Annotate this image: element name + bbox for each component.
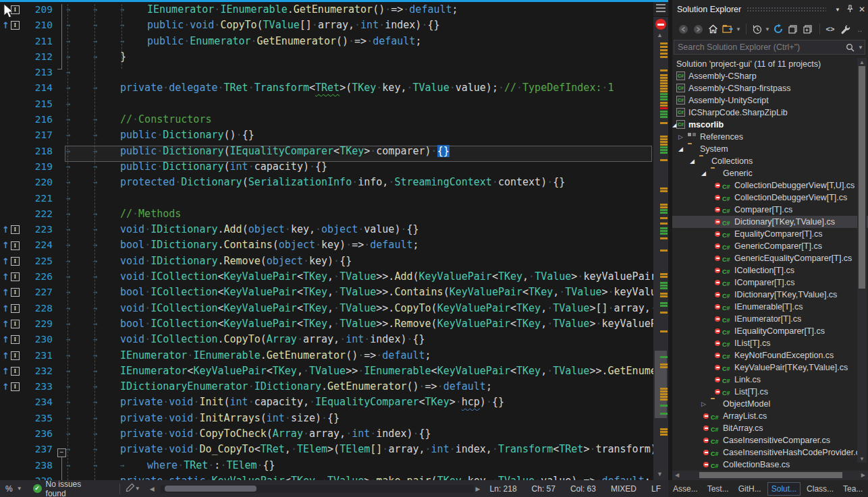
code-text[interactable]: →→bool·ICollection<KeyValuePair<TKey,·TV… — [65, 316, 653, 332]
code-text[interactable]: → — [65, 65, 653, 80]
fold-margin[interactable] — [53, 49, 65, 65]
line-number[interactable]: 226 — [30, 269, 53, 285]
tree-item-file[interactable]: C#KeyNotFoundException.cs — [672, 349, 868, 361]
more-icon[interactable]: ‥ — [853, 23, 867, 35]
fold-margin[interactable] — [53, 363, 65, 379]
window-menu-icon[interactable]: ▼ — [832, 7, 844, 13]
override-indicator-icon[interactable]: ↑I — [0, 316, 30, 332]
properties-icon[interactable] — [838, 23, 852, 35]
tree-item-file[interactable]: C#Comparer[T].cs — [672, 204, 868, 216]
code-line[interactable]: 213→ — [0, 65, 653, 80]
tree-item-folder[interactable]: ◢Generic — [672, 167, 868, 179]
tree-item-file[interactable]: C#ArrayList.cs — [672, 410, 868, 422]
fold-margin[interactable] — [53, 301, 65, 316]
tree-item-folder[interactable]: ▷ObjectModel — [672, 398, 868, 410]
line-number[interactable]: 224 — [30, 237, 53, 253]
editor-vertical-scrollbar[interactable]: ▲ ▼ — [653, 0, 668, 480]
scrollbar-thumb[interactable] — [859, 66, 865, 289]
line-number[interactable]: 216 — [30, 112, 53, 127]
split-editor-handle[interactable] — [653, 0, 668, 17]
formatting-icon[interactable] — [126, 483, 135, 494]
code-line[interactable]: 237→→private·void·Do_CopyTo<TRet,·TElem>… — [0, 442, 653, 457]
override-indicator-icon[interactable]: ↑I — [0, 269, 30, 285]
code-text[interactable]: →→public·Dictionary(int·capacity)·{} — [65, 159, 653, 175]
code-text[interactable]: →→bool·IDictionary.Contains(object·key)·… — [65, 237, 653, 253]
override-indicator-icon[interactable]: ↑I — [0, 332, 30, 347]
fold-margin[interactable] — [53, 332, 65, 347]
fold-margin[interactable] — [53, 80, 65, 96]
code-line[interactable]: 212→→} — [0, 49, 653, 65]
expander-collapsed-icon[interactable]: ▷ — [678, 131, 683, 143]
scroll-left-arrow[interactable]: ◀ — [150, 486, 155, 492]
tree-item-project[interactable]: C#Assembly-CSharp — [672, 70, 868, 82]
tree-item-file[interactable]: C#ICollection[T].cs — [672, 264, 868, 276]
tool-window-tab[interactable]: Test... — [704, 483, 732, 495]
tree-item-file[interactable]: C#GenericComparer[T].cs — [672, 240, 868, 252]
scrollbar-thumb[interactable] — [165, 486, 256, 492]
code-line[interactable]: 220→→protected·Dictionary(SerializationI… — [0, 175, 653, 190]
code-text[interactable]: →→bool·ICollection<KeyValuePair<TKey,·TV… — [65, 285, 653, 300]
code-text[interactable]: →→private·void·Do_CopyTo<TRet,·TElem>(TE… — [65, 442, 653, 457]
fold-margin[interactable] — [53, 206, 65, 222]
fold-margin[interactable] — [53, 175, 65, 190]
line-number[interactable]: 231 — [30, 348, 53, 363]
drag-grip[interactable] — [747, 7, 826, 12]
close-icon[interactable]: ✕ — [856, 5, 868, 14]
line-number[interactable]: 233 — [30, 379, 53, 394]
code-line[interactable]: 235→→private·void·InitArrays(int·size)·{… — [0, 411, 653, 426]
scroll-down-arrow[interactable]: ▼ — [859, 456, 865, 462]
code-text[interactable]: →→void·ICollection<KeyValuePair<TKey,·TV… — [65, 301, 653, 316]
code-line[interactable]: ↑I223→→void·IDictionary.Add(object·key,·… — [0, 222, 653, 237]
code-line[interactable]: 214→→private·delegate·TRet·Transform<TRe… — [0, 80, 653, 96]
line-number[interactable]: 213 — [30, 65, 53, 80]
fold-margin[interactable] — [53, 237, 65, 253]
code-line[interactable]: 236→→private·void·CopyToCheck(Array·arra… — [0, 426, 653, 442]
tree-item-folder[interactable]: ◢Collections — [672, 155, 868, 167]
code-line[interactable]: ↑I233→→IDictionaryEnumerator·IDictionary… — [0, 379, 653, 394]
tree-item-file[interactable]: C#IDictionary[TKey,TValue].cs — [672, 289, 868, 301]
code-text[interactable]: → — [65, 191, 653, 206]
override-indicator-icon[interactable]: ↑I — [0, 363, 30, 379]
editor-horizontal-scrollbar[interactable] — [161, 485, 474, 493]
panel-title-bar[interactable]: Solution Explorer ▼ ✕ — [672, 1, 868, 18]
code-line[interactable]: ↑I225→→void·IDictionary.Remove(object·ke… — [0, 254, 653, 269]
chevron-down-icon[interactable]: ▼ — [736, 26, 742, 32]
tree-item-file[interactable]: C#CollectionDebuggerView[T].cs — [672, 192, 868, 204]
line-number[interactable]: 237 — [30, 442, 53, 457]
fold-margin[interactable] — [53, 222, 65, 237]
code-line[interactable]: 239→→private·static·KeyValuePair<TKey,·T… — [0, 473, 653, 480]
fold-margin[interactable] — [53, 379, 65, 394]
fold-margin[interactable] — [53, 348, 65, 363]
tree-vertical-scrollbar[interactable]: ▲ ▼ — [857, 58, 867, 463]
line-number[interactable]: 220 — [30, 175, 53, 190]
code-text[interactable]: →→→IEnumerator·IEnumerable.GetEnumerator… — [65, 2, 653, 18]
tree-item-project[interactable]: C#Assembly-CSharp-firstpass — [672, 82, 868, 94]
tree-item-file[interactable]: C#KeyValuePair[TKey,TValue].cs — [672, 361, 868, 374]
zoom-level[interactable]: % — [5, 484, 13, 494]
fold-margin[interactable] — [53, 34, 65, 49]
line-number[interactable]: 218 — [30, 144, 53, 159]
tree-item-file[interactable]: C#CaseInsensitiveComparer.cs — [672, 434, 868, 446]
line-number[interactable]: 236 — [30, 426, 53, 442]
expander-expanded-icon[interactable]: ◢ — [678, 143, 683, 155]
tool-window-tab[interactable]: Class... — [803, 483, 837, 495]
code-line[interactable]: 238→→→where·TRet·:·TElem·{} — [0, 458, 653, 473]
fold-margin[interactable] — [53, 18, 65, 33]
expander-expanded-icon[interactable]: ◢ — [690, 155, 695, 167]
scroll-down-arrow[interactable]: ▼ — [657, 471, 663, 477]
code-text[interactable]: →→} — [65, 49, 653, 65]
tree-horizontal-scrollbar[interactable]: ◀ ▶ — [672, 471, 868, 480]
override-indicator-icon[interactable]: ↑I — [0, 18, 30, 33]
fold-margin[interactable] — [53, 269, 65, 285]
code-text[interactable]: → — [65, 96, 653, 112]
line-number[interactable]: 215 — [30, 96, 53, 112]
code-line[interactable]: ↑I224→→bool·IDictionary.Contains(object·… — [0, 237, 653, 253]
code-line[interactable]: ↑I229→→bool·ICollection<KeyValuePair<TKe… — [0, 316, 653, 332]
code-text[interactable]: →→private·void·InitArrays(int·size)·{} — [65, 411, 653, 426]
code-line[interactable]: ↑I232→→IEnumerator<KeyValuePair<TKey,·TV… — [0, 363, 653, 379]
fold-margin[interactable] — [53, 426, 65, 442]
fold-margin[interactable] — [53, 159, 65, 175]
code-text[interactable]: →→→public·void·CopyTo(TValue[]·array,·in… — [65, 18, 653, 33]
line-number[interactable]: 235 — [30, 411, 53, 426]
chevron-down-icon[interactable]: ▼ — [17, 486, 24, 492]
